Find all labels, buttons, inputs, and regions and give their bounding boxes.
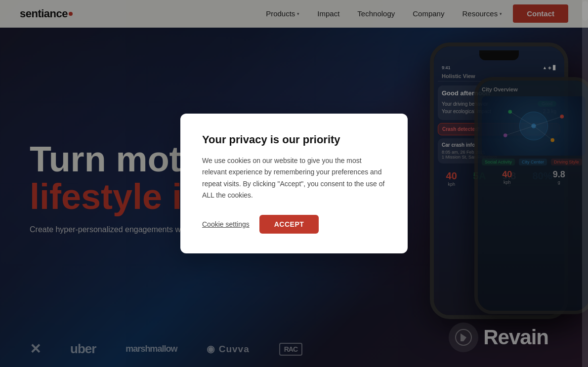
accept-button[interactable]: ACCEPT [259,215,319,234]
modal-body: We use cookies on our website to give yo… [202,155,386,201]
modal-title: Your privacy is our priority [202,133,386,146]
cookie-settings-button[interactable]: Cookie settings [202,220,250,228]
modal-actions: Cookie settings ACCEPT [202,215,386,234]
scrollbar-thumb[interactable] [582,1,588,21]
cookie-modal: Your privacy is our priority We use cook… [180,114,408,253]
scrollbar[interactable] [582,0,588,367]
modal-overlay: Your privacy is our priority We use cook… [0,0,588,367]
